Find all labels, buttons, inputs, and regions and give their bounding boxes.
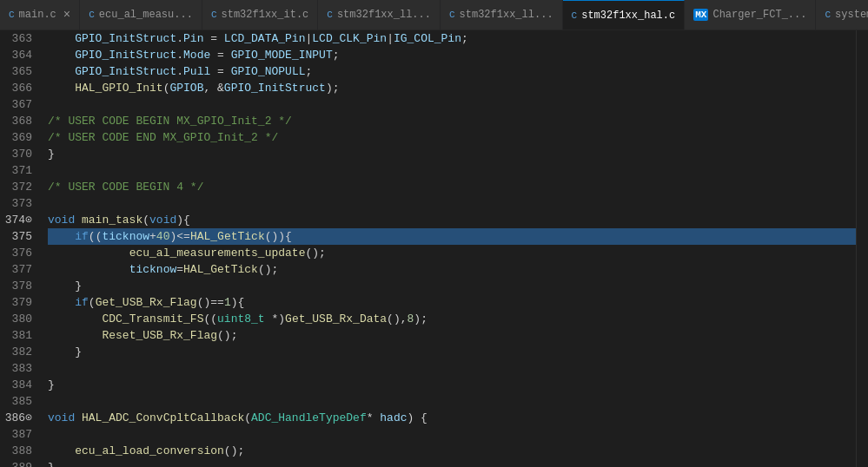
line-num-367: 367: [0, 96, 32, 113]
tab-stm32f1xx-it[interactable]: C stm32f1xx_it.c: [202, 0, 318, 30]
code-line-383: [48, 360, 856, 377]
tab-main-c[interactable]: C main.c ×: [0, 0, 80, 30]
line-num-364: 364: [0, 47, 32, 63]
tab-bar: C main.c × C ecu_al_measu... C stm32f1xx…: [0, 0, 868, 30]
tab-stm32f1xx-ll1[interactable]: C stm32f1xx_ll...: [318, 0, 441, 30]
code-line-365: GPIO_InitStruct.Pull = GPIO_NOPULL;: [48, 63, 856, 80]
line-num-388: 388: [0, 443, 32, 459]
line-num-377: 377: [0, 261, 32, 278]
code-line-378: }: [48, 278, 856, 294]
c-file-icon: C: [327, 10, 333, 20]
tab-label: main.c: [19, 9, 56, 21]
code-line-363: GPIO_InitStruct.Pin = LCD_DATA_Pin|LCD_C…: [48, 30, 856, 47]
line-num-370: 370: [0, 146, 32, 162]
line-num-378: 378: [0, 278, 32, 294]
code-line-381: Reset_USB_Rx_Flag();: [48, 327, 856, 344]
line-num-371: 371: [0, 162, 32, 179]
line-num-383: 383: [0, 360, 32, 377]
line-num-385: 385: [0, 393, 32, 410]
code-line-379: if(Get_USB_Rx_Flag()==1){: [48, 294, 856, 311]
line-numbers: 363 364 365 366 367 368 369 370 371 372 …: [0, 30, 39, 467]
line-num-380: 380: [0, 311, 32, 327]
c-file-icon: C: [9, 10, 15, 20]
tab-system-stm3[interactable]: C system_stm3...: [816, 0, 868, 30]
code-line-369: /* USER CODE END MX_GPIO_Init_2 */: [48, 129, 856, 146]
tab-label: stm32f1xx_it.c: [221, 9, 308, 21]
code-line-380: CDC_Transmit_FS((uint8_t *)Get_USB_Rx_Da…: [48, 311, 856, 327]
tab-label: stm32f1xx_hal.c: [581, 10, 675, 22]
code-line-372: /* USER CODE BEGIN 4 */: [48, 179, 856, 195]
code-line-371: [48, 162, 856, 179]
line-num-375: 375: [0, 228, 32, 245]
mx-file-icon: MX: [693, 9, 708, 21]
line-num-368: 368: [0, 113, 32, 129]
line-num-372: 372: [0, 179, 32, 195]
close-icon[interactable]: ×: [63, 9, 70, 21]
code-line-389: }: [48, 459, 856, 467]
code-content[interactable]: GPIO_InitStruct.Pin = LCD_DATA_Pin|LCD_C…: [39, 30, 856, 467]
line-num-374: 374⊙: [0, 212, 32, 228]
line-num-365: 365: [0, 63, 32, 80]
code-line-375: if((ticknow+40)<=HAL_GetTick()){: [48, 228, 856, 245]
code-line-373: [48, 195, 856, 212]
line-num-379: 379: [0, 294, 32, 311]
code-line-374: void main_task(void){: [48, 212, 856, 228]
editor-window: C main.c × C ecu_al_measu... C stm32f1xx…: [0, 0, 868, 467]
code-line-388: ecu_al_load_conversion();: [48, 443, 856, 459]
editor-body: 363 364 365 366 367 368 369 370 371 372 …: [0, 30, 868, 467]
tab-ecu-al-measu[interactable]: C ecu_al_measu...: [80, 0, 202, 30]
line-num-386: 386⊙: [0, 410, 32, 426]
line-num-376: 376: [0, 245, 32, 261]
line-num-373: 373: [0, 195, 32, 212]
tab-label: stm32f1xx_ll...: [460, 9, 553, 21]
c-file-icon: C: [825, 10, 831, 20]
tab-label: stm32f1xx_ll...: [337, 9, 431, 21]
c-file-icon: C: [572, 10, 578, 21]
line-num-387: 387: [0, 426, 32, 443]
line-num-382: 382: [0, 344, 32, 360]
tab-label: ecu_al_measu...: [99, 9, 193, 21]
code-line-386: void HAL_ADC_ConvCpltCallback(ADC_Handle…: [48, 410, 856, 426]
scrollbar-vertical[interactable]: [856, 30, 868, 467]
code-line-368: /* USER CODE BEGIN MX_GPIO_Init_2 */: [48, 113, 856, 129]
tab-label: system_stm3...: [835, 9, 868, 21]
c-file-icon: C: [449, 10, 455, 20]
code-line-387: [48, 426, 856, 443]
c-file-icon: C: [211, 10, 217, 20]
code-line-370: }: [48, 146, 856, 162]
code-line-382: }: [48, 344, 856, 360]
code-line-364: GPIO_InitStruct.Mode = GPIO_MODE_INPUT;: [48, 47, 856, 63]
line-num-389: 389: [0, 459, 32, 467]
line-num-363: 363: [0, 30, 32, 47]
line-num-366: 366: [0, 80, 32, 96]
code-line-384: }: [48, 377, 856, 393]
line-num-384: 384: [0, 377, 32, 393]
tab-charger-fct[interactable]: MX Charger_FCT_...: [685, 0, 816, 30]
code-line-367: [48, 96, 856, 113]
code-line-377: ticknow=HAL_GetTick();: [48, 261, 856, 278]
tab-stm32f1xx-ll2[interactable]: C stm32f1xx_ll...: [441, 0, 563, 30]
code-line-385: [48, 393, 856, 410]
tab-label: Charger_FCT_...: [712, 9, 806, 21]
line-num-381: 381: [0, 327, 32, 344]
code-line-376: ecu_al_measurements_update();: [48, 245, 856, 261]
tab-stm32f1xx-hal[interactable]: C stm32f1xx_hal.c: [563, 0, 686, 30]
c-file-icon: C: [89, 10, 95, 20]
code-line-366: HAL_GPIO_Init(GPIOB, &GPIO_InitStruct);: [48, 80, 856, 96]
line-num-369: 369: [0, 129, 32, 146]
